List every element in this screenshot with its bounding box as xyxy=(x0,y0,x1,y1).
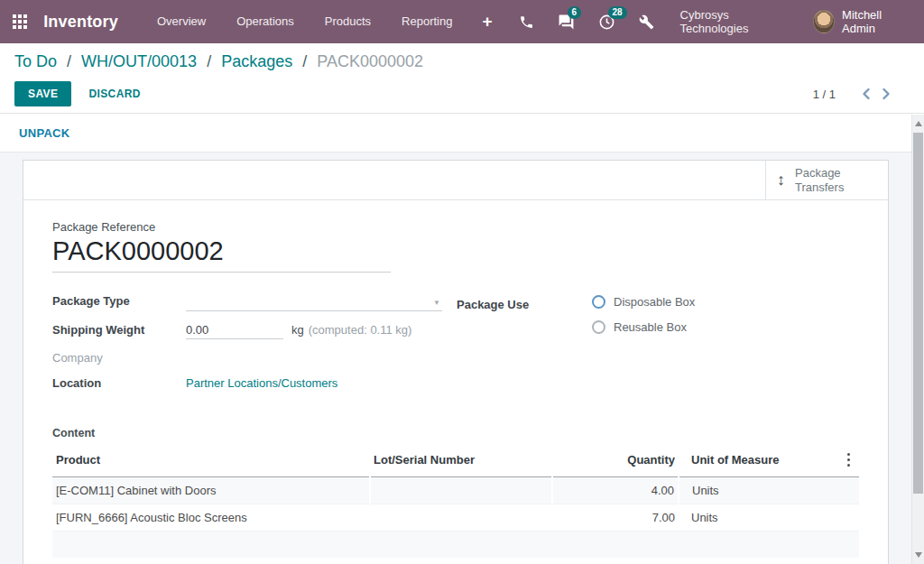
radio-disposable-box[interactable]: Disposable Box xyxy=(592,295,695,309)
location-label: Location xyxy=(52,376,186,390)
package-use-row: Package Use Disposable Box Reusable Box xyxy=(457,294,859,346)
cell-lot[interactable] xyxy=(370,504,552,531)
breadcrumb-picking[interactable]: WH/OUT/00013 xyxy=(81,52,197,70)
weight-unit: kg xyxy=(291,323,304,337)
cell-lot[interactable] xyxy=(370,476,552,504)
messages-icon[interactable]: 6 xyxy=(546,0,587,43)
content-table: Product Lot/Serial Number Quantity Unit … xyxy=(52,445,859,558)
form-columns: Package Type ▼ Shipping Weight kg (compu… xyxy=(52,294,859,402)
plus-icon[interactable]: + xyxy=(467,1,506,42)
menu-products[interactable]: Products xyxy=(310,0,386,43)
sheet-body: Package Reference PACK0000002 Package Ty… xyxy=(23,200,888,558)
smart-label-line2: Transfers xyxy=(795,180,844,194)
user-name: Mitchell Admin xyxy=(842,8,911,35)
breadcrumb-packages[interactable]: Packages xyxy=(221,52,292,70)
breadcrumb: To Do / WH/OUT/00013 / Packages / PACK00… xyxy=(14,52,910,71)
package-type-row: Package Type ▼ xyxy=(52,294,442,311)
app-title[interactable]: Inventory xyxy=(43,13,118,32)
messages-badge: 6 xyxy=(568,6,582,19)
table-row[interactable]: [E-COM11] Cabinet with Doors 4.00 Units xyxy=(52,476,859,504)
radio-label-reusable: Reusable Box xyxy=(614,320,687,334)
shipping-weight-row: Shipping Weight kg (computed: 0.11 kg) xyxy=(52,323,442,339)
form-column-left: Package Type ▼ Shipping Weight kg (compu… xyxy=(52,294,442,402)
menu-operations[interactable]: Operations xyxy=(221,0,310,43)
location-link[interactable]: Partner Locations/Customers xyxy=(186,376,337,390)
cell-quantity[interactable]: 7.00 xyxy=(552,504,679,531)
pager: 1 / 1 xyxy=(813,86,897,102)
cell-uom[interactable]: Units xyxy=(679,476,834,504)
pager-count: 1 / 1 xyxy=(813,88,836,101)
phone-icon[interactable] xyxy=(507,0,546,43)
page: Inventory Overview Operations Products R… xyxy=(0,0,924,564)
package-reference-label: Package Reference xyxy=(52,220,859,234)
breadcrumb-todo[interactable]: To Do xyxy=(14,52,57,70)
col-header-uom[interactable]: Unit of Measure xyxy=(679,445,834,477)
menu-overview[interactable]: Overview xyxy=(142,0,221,43)
activities-clock-icon[interactable]: 28 xyxy=(587,0,627,43)
col-header-quantity[interactable]: Quantity xyxy=(552,445,679,477)
content-section-label: Content xyxy=(52,427,859,439)
form-statusbar: UNPACK xyxy=(0,114,924,153)
menu-reporting[interactable]: Reporting xyxy=(386,0,467,43)
cell-uom[interactable]: Units xyxy=(679,504,834,531)
radio-reusable-box[interactable]: Reusable Box xyxy=(592,320,695,334)
discard-button[interactable]: DISCARD xyxy=(88,88,140,100)
cell-product[interactable]: [E-COM11] Cabinet with Doors xyxy=(52,476,370,504)
unpack-button[interactable]: UNPACK xyxy=(19,126,69,140)
pager-next-icon[interactable] xyxy=(876,86,897,102)
sort-updown-icon: ↕ xyxy=(777,171,785,190)
package-type-label: Package Type xyxy=(52,294,186,308)
shipping-weight-input[interactable] xyxy=(186,323,283,339)
user-menu[interactable]: Mitchell Admin xyxy=(813,8,911,35)
optional-columns-icon[interactable] xyxy=(842,450,855,470)
smart-label-line1: Package xyxy=(795,166,841,180)
package-use-radios: Disposable Box Reusable Box xyxy=(592,294,695,346)
control-panel: To Do / WH/OUT/00013 / Packages / PACK00… xyxy=(0,43,924,114)
smart-button-area: ↕ Package Transfers xyxy=(23,161,888,200)
chevron-down-icon: ▼ xyxy=(433,299,442,307)
package-use-label: Package Use xyxy=(457,298,592,311)
company-label: Company xyxy=(52,351,186,365)
breadcrumb-separator: / xyxy=(207,52,211,70)
form-view: ↕ Package Transfers Package Reference PA… xyxy=(0,153,924,564)
col-header-lot[interactable]: Lot/Serial Number xyxy=(370,445,552,477)
company-row: Company xyxy=(52,351,442,365)
table-row[interactable]: [FURN_6666] Acoustic Bloc Screens 7.00 U… xyxy=(52,504,859,531)
breadcrumb-current: PACK0000002 xyxy=(317,52,423,70)
location-row: Location Partner Locations/Customers xyxy=(52,376,442,390)
breadcrumb-separator: / xyxy=(302,52,307,70)
control-panel-buttons: SAVE DISCARD 1 / 1 xyxy=(14,81,910,106)
cell-options xyxy=(834,476,859,504)
package-reference-input[interactable]: PACK0000002 xyxy=(52,236,391,273)
form-sheet: ↕ Package Transfers Package Reference PA… xyxy=(23,160,889,564)
shipping-weight-label: Shipping Weight xyxy=(52,323,186,337)
debug-tools-icon[interactable] xyxy=(627,0,666,43)
col-header-options xyxy=(834,445,859,477)
save-button[interactable]: SAVE xyxy=(14,81,71,106)
radio-icon xyxy=(592,295,605,309)
radio-icon xyxy=(592,320,605,334)
apps-grid-icon xyxy=(13,14,27,29)
content-table-header: Product Lot/Serial Number Quantity Unit … xyxy=(52,445,859,477)
radio-label-disposable: Disposable Box xyxy=(614,295,695,309)
pager-previous-icon[interactable] xyxy=(855,86,876,102)
package-type-dropdown[interactable]: ▼ xyxy=(186,296,442,311)
cell-product[interactable]: [FURN_6666] Acoustic Bloc Screens xyxy=(52,504,370,531)
col-header-product[interactable]: Product xyxy=(52,445,370,477)
package-transfers-button[interactable]: ↕ Package Transfers xyxy=(765,161,888,199)
vertical-scrollbar[interactable] xyxy=(911,115,924,564)
topbar-right: 6 28 Cybrosys Technologies Mitchell Admi… xyxy=(507,0,911,43)
scroll-down-icon[interactable] xyxy=(915,552,922,558)
apps-menu-button[interactable] xyxy=(0,0,40,43)
scroll-up-icon[interactable] xyxy=(915,121,922,126)
activities-badge: 28 xyxy=(608,6,627,19)
form-column-right: Package Use Disposable Box Reusable Box xyxy=(457,294,859,402)
cell-quantity[interactable]: 4.00 xyxy=(552,476,679,504)
weight-computed-hint: (computed: 0.11 kg) xyxy=(309,323,412,337)
scrollbar-thumb[interactable] xyxy=(913,133,923,494)
package-transfers-label: Package Transfers xyxy=(795,166,844,194)
company-switcher[interactable]: Cybrosys Technologies xyxy=(680,8,791,35)
top-navbar: Inventory Overview Operations Products R… xyxy=(0,0,924,43)
user-avatar xyxy=(813,10,835,33)
table-row-empty[interactable] xyxy=(52,531,859,558)
